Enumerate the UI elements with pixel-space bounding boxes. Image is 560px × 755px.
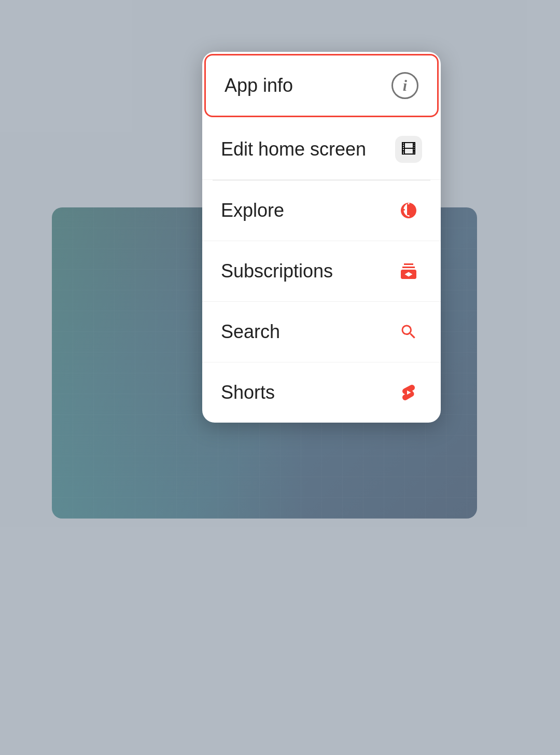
menu-item-explore[interactable]: Explore — [202, 180, 441, 241]
film-icon: 🎞 — [395, 136, 422, 163]
search-icon — [395, 318, 422, 345]
shorts-label: Shorts — [221, 382, 275, 403]
subscriptions-icon — [395, 258, 422, 285]
info-icon: i — [391, 72, 418, 99]
menu-item-search[interactable]: Search — [202, 302, 441, 362]
app-info-label: App info — [225, 75, 293, 96]
subscriptions-label: Subscriptions — [221, 260, 333, 282]
context-menu: App info i Edit home screen 🎞 Explore Su… — [202, 52, 441, 423]
menu-item-app-info[interactable]: App info i — [204, 54, 439, 117]
shorts-icon — [395, 379, 422, 406]
search-label: Search — [221, 321, 280, 343]
menu-item-shorts[interactable]: Shorts — [202, 362, 441, 423]
menu-item-subscriptions[interactable]: Subscriptions — [202, 241, 441, 302]
compass-icon — [395, 197, 422, 224]
menu-item-edit-home-screen[interactable]: Edit home screen 🎞 — [202, 119, 441, 180]
edit-home-screen-label: Edit home screen — [221, 138, 366, 160]
explore-label: Explore — [221, 200, 284, 221]
